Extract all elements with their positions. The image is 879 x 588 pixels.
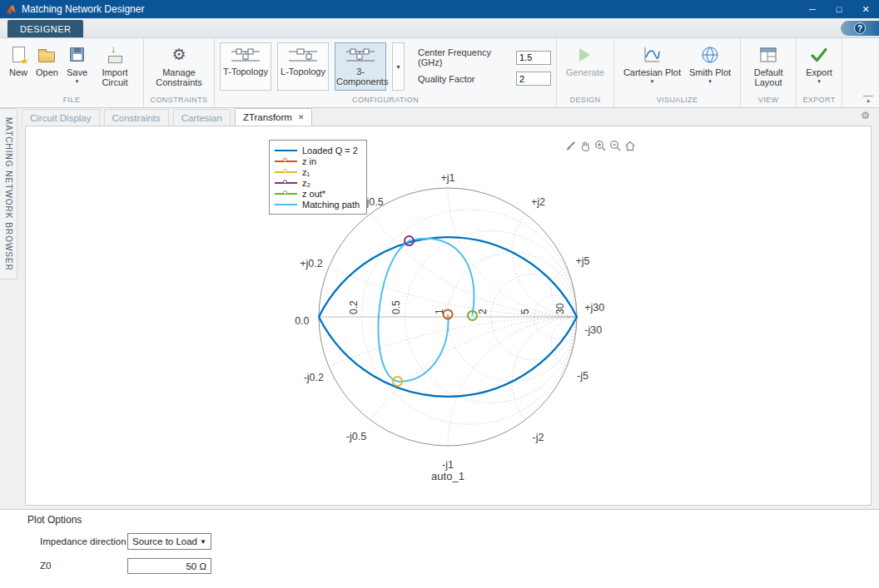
- down-arrow-icon: ↓: [111, 43, 117, 56]
- generate-button[interactable]: Generate: [563, 42, 608, 79]
- browser-tab-label: MATCHING NETWORK BROWSER: [4, 117, 13, 271]
- legend-swatch: [275, 199, 297, 210]
- help-icon: ?: [854, 22, 866, 34]
- three-components-toggle[interactable]: 3-Components: [335, 42, 386, 91]
- collapse-toolstrip-icon[interactable]: ▴: [863, 96, 873, 104]
- t-topology-icon: [230, 47, 261, 67]
- section-visualize: Cartesian Plot ▾ Smith Plot ▾ VISUALIZE: [614, 38, 741, 107]
- section-export: Export ▾ EXPORT: [797, 38, 842, 107]
- cartesian-plot-button[interactable]: Cartesian Plot ▾: [620, 42, 684, 86]
- t-topology-toggle[interactable]: T-Topology: [220, 42, 271, 91]
- section-label-export: EXPORT: [802, 95, 837, 107]
- tab-options-gear-icon[interactable]: ⚙: [861, 111, 870, 121]
- maximize-button[interactable]: □: [826, 0, 852, 18]
- legend-label: z₂: [302, 178, 310, 188]
- chevron-down-icon: ▼: [200, 538, 206, 546]
- legend-entry: z₂: [275, 177, 360, 188]
- impedance-direction-select[interactable]: Source to Load ▼: [127, 533, 211, 550]
- import-circuit-button[interactable]: ↓ Import Circuit: [92, 42, 137, 90]
- close-tab-icon[interactable]: ✕: [298, 113, 305, 121]
- star-icon: ★: [21, 57, 29, 66]
- rim-label: -j2: [533, 432, 544, 443]
- legend-entry: z in: [275, 156, 360, 166]
- brush-icon[interactable]: [563, 138, 577, 152]
- tab-cartesian[interactable]: Cartesian: [173, 109, 231, 126]
- z0-label: Z0: [40, 561, 51, 571]
- new-document-icon: ★: [12, 47, 25, 62]
- l-topology-toggle[interactable]: L-Topology: [277, 42, 329, 91]
- minimize-button[interactable]: ─: [799, 0, 826, 18]
- rim-label: -j5: [577, 370, 588, 382]
- tab-circuit-display[interactable]: Circuit Display: [22, 109, 100, 126]
- rim-label: +j1: [440, 172, 454, 184]
- axes-title: auto_1: [431, 470, 464, 482]
- legend-entry: Matching path: [275, 199, 360, 210]
- matching-network-browser-tab[interactable]: MATCHING NETWORK BROWSER: [0, 108, 17, 279]
- layout-icon: [758, 44, 778, 65]
- real-axis-tick: 2: [477, 309, 489, 314]
- import-icon: ↓: [107, 46, 123, 64]
- save-icon: [70, 47, 84, 62]
- legend-entry: z out*: [275, 188, 360, 199]
- center-frequency-label: Center Frequency (GHz): [418, 47, 516, 67]
- new-button[interactable]: ★ New: [6, 42, 31, 79]
- smith-chart[interactable]: +j0.2+j0.5+j1+j2+j5+j30-j30-j5-j2-j1-j0.…: [26, 126, 871, 505]
- open-button[interactable]: Open: [32, 42, 62, 79]
- main-area: MATCHING NETWORK BROWSER Circuit Display…: [0, 108, 879, 588]
- legend-swatch: [275, 166, 297, 177]
- help-button[interactable]: ?: [841, 21, 879, 36]
- zoom-out-icon[interactable]: [608, 138, 622, 152]
- window-title: Matching Network Designer: [22, 3, 144, 15]
- tab-ztransform[interactable]: ZTransform ✕: [235, 108, 313, 126]
- play-icon: [579, 48, 590, 62]
- legend-swatch: [275, 156, 297, 166]
- rim-label: -j30: [584, 324, 602, 336]
- real-axis-tick: 30: [554, 303, 566, 314]
- default-layout-button[interactable]: Default Layout: [747, 42, 790, 90]
- tab-designer[interactable]: DESIGNER: [7, 20, 83, 37]
- chevron-down-icon: ▾: [651, 78, 654, 85]
- smith-plot-button[interactable]: Smith Plot ▾: [686, 42, 734, 86]
- smith-plot-icon: [700, 44, 720, 65]
- tab-constraints[interactable]: Constraints: [104, 109, 169, 126]
- close-button[interactable]: ✕: [852, 0, 879, 18]
- real-axis-tick: 5: [519, 309, 531, 314]
- section-label-design: DESIGN: [562, 95, 608, 107]
- toolstrip: ★ New Open Save ▾ ↓ Import Circuit FILE …: [0, 38, 879, 108]
- document-tabbar: Circuit Display Constraints Cartesian ZT…: [22, 108, 879, 126]
- home-icon[interactable]: [623, 138, 637, 152]
- section-design: Generate DESIGN: [557, 38, 614, 107]
- cartesian-plot-icon: [642, 44, 662, 65]
- legend-swatch: [275, 145, 297, 156]
- save-button[interactable]: Save ▾: [63, 42, 91, 86]
- axes-toolbar: [563, 138, 637, 152]
- plot-legend[interactable]: Loaded Q = 2z inz₁z₂z out*Matching path: [269, 140, 367, 215]
- manage-constraints-button[interactable]: ⚙ Manage Constraints: [150, 42, 208, 90]
- section-label-file: FILE: [5, 95, 138, 107]
- real-axis-tick: 0.2: [348, 300, 360, 314]
- rim-label: +j5: [575, 255, 589, 267]
- ribbon-tabstrip: DESIGNER ?: [0, 18, 879, 38]
- legend-entry: z₁: [275, 166, 360, 177]
- section-label-constraints: CONSTRAINTS: [149, 95, 209, 107]
- section-constraints: ⚙ Manage Constraints CONSTRAINTS: [144, 38, 215, 107]
- chevron-down-icon: ▾: [76, 78, 79, 85]
- legend-swatch: [275, 177, 297, 188]
- section-label-configuration: CONFIGURATION: [220, 95, 551, 107]
- zoom-in-icon[interactable]: [593, 138, 607, 152]
- plot-options-title: Plot Options: [27, 514, 82, 526]
- real-axis-tick: 1: [434, 309, 445, 314]
- topology-gallery-dropdown[interactable]: ▾: [392, 42, 405, 91]
- center-frequency-input[interactable]: [516, 51, 551, 65]
- export-button[interactable]: Export ▾: [802, 42, 836, 86]
- section-configuration: T-Topology L-Topology 3-: [215, 38, 557, 107]
- l-topology-icon: [287, 47, 319, 67]
- section-label-visualize: VISUALIZE: [619, 95, 735, 107]
- z0-input[interactable]: [127, 558, 211, 574]
- pan-icon[interactable]: [578, 138, 592, 152]
- window-controls: ─ □ ✕: [799, 0, 879, 18]
- quality-factor-input[interactable]: [516, 72, 551, 86]
- plot-options-panel: Plot Options Impedance direction Source …: [0, 509, 879, 588]
- section-view: Default Layout VIEW: [741, 38, 797, 107]
- chevron-down-icon: ▾: [817, 78, 821, 85]
